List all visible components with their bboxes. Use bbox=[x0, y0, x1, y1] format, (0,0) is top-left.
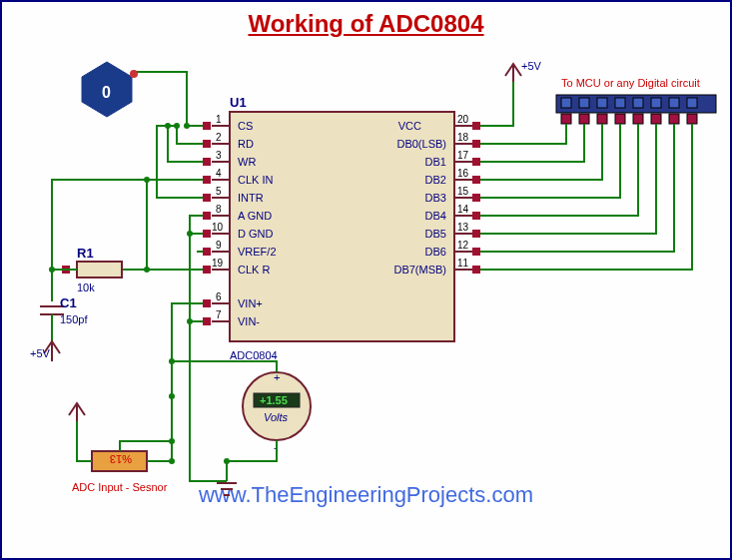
svg-text:CS: CS bbox=[238, 120, 253, 132]
svg-text:2: 2 bbox=[216, 132, 222, 143]
svg-text:CLK R: CLK R bbox=[238, 264, 270, 276]
svg-text:11: 11 bbox=[457, 258, 469, 269]
svg-rect-121 bbox=[597, 114, 607, 124]
svg-rect-117 bbox=[561, 114, 571, 124]
svg-point-96 bbox=[144, 177, 150, 183]
svg-rect-45 bbox=[472, 122, 480, 130]
svg-text:8: 8 bbox=[216, 204, 222, 215]
svg-rect-123 bbox=[615, 114, 625, 124]
svg-point-114 bbox=[169, 438, 175, 444]
ic-part: ADC0804 bbox=[230, 349, 278, 361]
resistor-r1 bbox=[77, 262, 122, 278]
svg-text:4: 4 bbox=[216, 168, 222, 179]
svg-point-110 bbox=[224, 458, 230, 464]
hex-display: 0 bbox=[82, 62, 138, 117]
svg-rect-125 bbox=[633, 114, 643, 124]
svg-point-102 bbox=[169, 393, 175, 399]
svg-text:13: 13 bbox=[457, 222, 469, 233]
svg-point-85 bbox=[165, 123, 171, 129]
svg-rect-29 bbox=[203, 248, 211, 256]
svg-text:+1.55: +1.55 bbox=[260, 394, 288, 406]
svg-rect-127 bbox=[651, 114, 661, 124]
svg-rect-41 bbox=[203, 317, 211, 325]
svg-rect-126 bbox=[633, 98, 643, 108]
svg-text:VIN-: VIN- bbox=[238, 315, 260, 327]
svg-point-113 bbox=[169, 458, 175, 464]
svg-text:WR: WR bbox=[238, 156, 256, 168]
svg-rect-57 bbox=[472, 176, 480, 184]
svg-rect-37 bbox=[203, 299, 211, 307]
mcu-label: To MCU or any Digital circuit bbox=[561, 77, 700, 89]
svg-text:7: 7 bbox=[216, 309, 222, 320]
svg-text:6: 6 bbox=[216, 291, 222, 302]
svg-rect-61 bbox=[472, 194, 480, 202]
svg-text:VREF/2: VREF/2 bbox=[238, 246, 277, 258]
svg-text:20: 20 bbox=[457, 114, 469, 125]
svg-text:19: 19 bbox=[212, 258, 224, 269]
svg-text:17: 17 bbox=[457, 150, 469, 161]
svg-text:0: 0 bbox=[102, 84, 111, 101]
svg-rect-131 bbox=[687, 114, 697, 124]
svg-text:RD: RD bbox=[238, 138, 254, 150]
output-header bbox=[556, 95, 716, 124]
svg-text:DB4: DB4 bbox=[425, 210, 446, 222]
sensor-label: ADC Input - Sesnor bbox=[72, 481, 168, 493]
svg-text:18: 18 bbox=[457, 132, 469, 143]
svg-text:14: 14 bbox=[457, 204, 469, 215]
svg-rect-1 bbox=[203, 122, 211, 130]
svg-point-84 bbox=[184, 123, 190, 129]
svg-rect-128 bbox=[651, 98, 661, 108]
svg-point-109 bbox=[169, 358, 175, 364]
svg-rect-122 bbox=[597, 98, 607, 108]
svg-text:1: 1 bbox=[216, 114, 222, 125]
svg-text:16: 16 bbox=[457, 168, 469, 179]
svg-text:+5V: +5V bbox=[521, 60, 542, 72]
svg-text:DB2: DB2 bbox=[425, 174, 446, 186]
svg-rect-25 bbox=[203, 230, 211, 238]
svg-rect-77 bbox=[472, 266, 480, 274]
ic-ref: U1 bbox=[230, 95, 247, 110]
svg-text:DB7(MSB): DB7(MSB) bbox=[393, 264, 446, 276]
sensor-pot[interactable]: %13 bbox=[92, 451, 147, 471]
svg-rect-124 bbox=[615, 98, 625, 108]
svg-rect-9 bbox=[203, 158, 211, 166]
svg-rect-21 bbox=[203, 212, 211, 220]
svg-rect-5 bbox=[203, 140, 211, 148]
svg-text:DB3: DB3 bbox=[425, 192, 446, 204]
svg-point-82 bbox=[130, 70, 138, 78]
svg-rect-119 bbox=[579, 114, 589, 124]
svg-rect-53 bbox=[472, 158, 480, 166]
svg-rect-49 bbox=[472, 140, 480, 148]
svg-text:DB5: DB5 bbox=[425, 228, 446, 240]
svg-text:12: 12 bbox=[457, 240, 469, 251]
svg-rect-132 bbox=[687, 98, 697, 108]
svg-text:10: 10 bbox=[212, 222, 224, 233]
svg-text:DB6: DB6 bbox=[425, 246, 446, 258]
svg-rect-65 bbox=[472, 212, 480, 220]
svg-text:150pf: 150pf bbox=[60, 313, 88, 325]
svg-text:3: 3 bbox=[216, 150, 222, 161]
svg-text:Volts: Volts bbox=[264, 411, 289, 423]
schematic-canvas: U1 ADC0804 1CS 2RD 3WR 4CLK IN 5INTR 8A … bbox=[2, 2, 730, 558]
svg-rect-118 bbox=[561, 98, 571, 108]
svg-rect-120 bbox=[579, 98, 589, 108]
svg-text:5: 5 bbox=[216, 186, 222, 197]
svg-text:R1: R1 bbox=[77, 246, 94, 261]
svg-text:INTR: INTR bbox=[238, 192, 264, 204]
svg-rect-69 bbox=[472, 230, 480, 238]
svg-rect-73 bbox=[472, 248, 480, 256]
svg-text:10k: 10k bbox=[77, 281, 95, 293]
svg-text:VCC: VCC bbox=[398, 120, 421, 132]
svg-point-83 bbox=[174, 123, 180, 129]
svg-rect-33 bbox=[203, 266, 211, 274]
svg-text:A GND: A GND bbox=[238, 210, 272, 222]
svg-rect-13 bbox=[203, 176, 211, 184]
svg-point-86 bbox=[144, 267, 150, 273]
svg-rect-17 bbox=[203, 194, 211, 202]
svg-text:DB1: DB1 bbox=[425, 156, 446, 168]
svg-rect-129 bbox=[669, 114, 679, 124]
svg-text:+5V: +5V bbox=[30, 347, 51, 359]
svg-text:C1: C1 bbox=[60, 295, 77, 310]
svg-text:DB0(LSB): DB0(LSB) bbox=[396, 138, 446, 150]
svg-text:%13: %13 bbox=[110, 453, 132, 465]
